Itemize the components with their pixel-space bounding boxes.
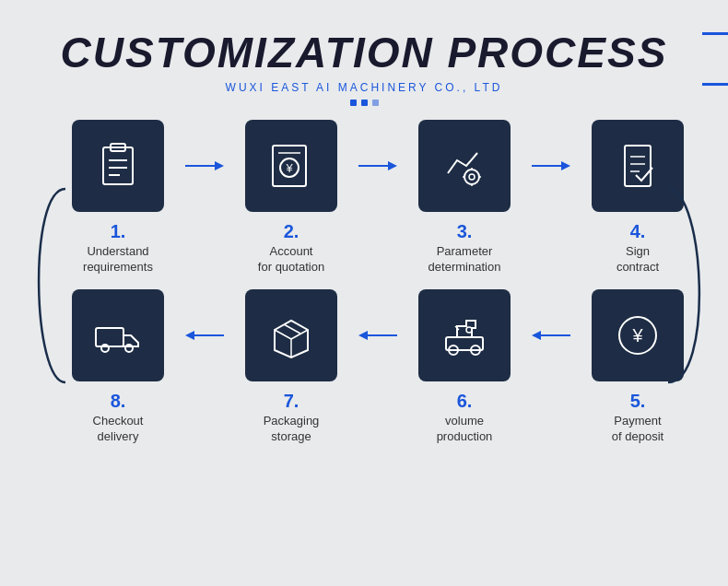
step-3-number: 3. — [429, 221, 501, 242]
step-8-text: Checkoutdelivery — [93, 414, 144, 445]
step-5-text: Paymentof deposit — [612, 414, 663, 445]
svg-marker-42 — [532, 331, 541, 340]
box-icon — [265, 310, 317, 361]
machine-icon — [439, 310, 490, 361]
truck-icon — [92, 310, 144, 361]
arrow-6-5 — [532, 326, 570, 345]
arrow-7-6 — [358, 326, 397, 345]
step-7-number: 7. — [264, 391, 320, 412]
svg-line-31 — [291, 330, 308, 339]
svg-text:¥: ¥ — [631, 325, 643, 346]
step-2-icon-box: ¥ — [245, 120, 337, 212]
svg-point-14 — [469, 174, 475, 180]
step-8-icon-box — [72, 289, 164, 381]
svg-rect-21 — [625, 146, 651, 186]
yen-deposit-icon: ¥ — [612, 310, 663, 361]
step-5-number: 5. — [612, 391, 663, 412]
process-diagram: 1. Understandrequirements ¥ 2. — [23, 106, 705, 445]
bracket-decoration — [702, 32, 728, 86]
step-6: 6. volumeproduction — [397, 289, 532, 445]
step-7-label: 7. Packagingstorage — [264, 391, 320, 445]
yen-quotation-icon: ¥ — [265, 140, 317, 192]
chart-settings-icon — [439, 140, 490, 192]
step-1-text: Understandrequirements — [83, 244, 153, 275]
step-5-icon-box: ¥ — [592, 289, 684, 381]
svg-text:¥: ¥ — [285, 161, 293, 175]
step-2-text: Accountfor quotation — [258, 244, 324, 275]
svg-marker-35 — [358, 331, 368, 340]
step-6-icon-box — [418, 289, 511, 381]
step-6-label: 6. volumeproduction — [437, 391, 493, 445]
step-3-label: 3. Parameterdetermination — [429, 221, 501, 275]
step-4: 4. Signcontract — [570, 120, 705, 275]
step-8: 8. Checkoutdelivery — [51, 289, 185, 445]
step-2-number: 2. — [258, 221, 324, 242]
step-3-text: Parameterdetermination — [429, 244, 501, 275]
arrow-1-2 — [185, 157, 224, 175]
svg-point-13 — [464, 170, 479, 184]
svg-marker-12 — [388, 161, 397, 170]
step-3: 3. Parameterdetermination — [397, 120, 532, 275]
svg-marker-29 — [185, 331, 194, 340]
step-1: 1. Understandrequirements — [51, 120, 185, 275]
step-7-icon-box — [245, 289, 337, 381]
step-1-label: 1. Understandrequirements — [83, 221, 153, 275]
step-1-number: 1. — [83, 221, 153, 242]
step-4-number: 4. — [616, 221, 659, 242]
svg-rect-36 — [446, 337, 483, 350]
step-7: 7. Packagingstorage — [224, 289, 358, 445]
main-title: CUSTOMIZATION PROCESS — [61, 28, 668, 77]
step-4-label: 4. Signcontract — [616, 221, 659, 275]
arrow-3-4 — [532, 157, 570, 175]
svg-marker-6 — [215, 161, 224, 170]
step-7-text: Packagingstorage — [264, 414, 320, 445]
step-4-text: Signcontract — [616, 244, 659, 275]
svg-line-33 — [284, 324, 300, 334]
step-8-number: 8. — [93, 391, 144, 412]
svg-line-30 — [275, 330, 291, 339]
step-5-label: 5. Paymentof deposit — [612, 391, 663, 445]
clipboard-icon — [92, 140, 144, 192]
step-2-label: 2. Accountfor quotation — [258, 221, 324, 275]
arrow-2-3 — [358, 157, 397, 175]
contract-icon — [612, 140, 663, 192]
step-2: ¥ 2. Accountfor quotation — [224, 120, 358, 275]
subtitle: WUXI EAST AI MACHINERY CO., LTD — [61, 81, 668, 94]
step-5: ¥ 5. Paymentof deposit — [570, 289, 705, 445]
step-8-label: 8. Checkoutdelivery — [93, 391, 144, 445]
step-1-icon-box — [72, 120, 164, 212]
step-3-icon-box — [418, 120, 511, 212]
header: CUSTOMIZATION PROCESS WUXI EAST AI MACHI… — [61, 28, 668, 106]
step-6-number: 6. — [437, 391, 493, 412]
step-4-icon-box — [592, 120, 684, 212]
svg-rect-0 — [103, 147, 133, 184]
svg-rect-25 — [96, 328, 123, 346]
svg-marker-20 — [561, 161, 570, 170]
step-6-text: volumeproduction — [437, 414, 493, 445]
arrow-8-7 — [185, 326, 224, 345]
